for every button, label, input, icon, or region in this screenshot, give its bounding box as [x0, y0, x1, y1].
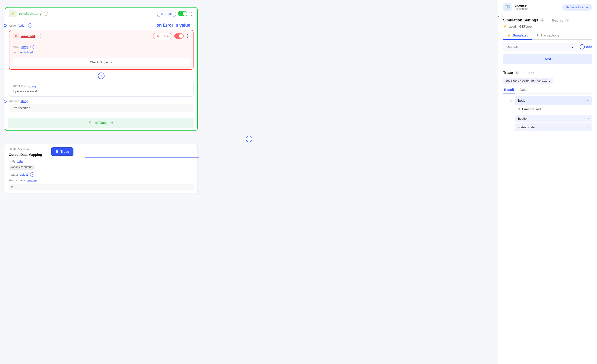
array-add-check-output-button[interactable]: Check Output ∨ [13, 58, 190, 66]
trace-header-row[interactable]: header › [515, 115, 592, 122]
trace-status-code-card: status_code › [515, 123, 592, 131]
test-button[interactable]: Test [503, 54, 592, 64]
conditional-more-button[interactable]: ⋮ [189, 11, 194, 16]
add-circle-icon: + [580, 44, 585, 49]
license-icon: 🪪 [503, 3, 511, 11]
trace-section: Trace ✕ | Logs 2023-09-27 08:54:49.47349… [498, 67, 597, 135]
status-code-value: 200 [9, 184, 194, 190]
timestamp-display: 2023-09-27 08:54:49.473491Z ∨ [503, 78, 553, 84]
add-button[interactable]: + Add [580, 44, 592, 49]
activate-license-button[interactable]: Activate License [562, 4, 592, 11]
tab-transactions[interactable]: ✦ Transactions [532, 31, 563, 40]
status-code-type[interactable]: number [27, 178, 37, 182]
value-port-label: value [8, 24, 16, 27]
trace-divider: | [522, 71, 523, 75]
conditional-block-icon: ⚡ [9, 10, 16, 17]
trace-body-header[interactable]: body ∨ [515, 96, 592, 105]
conditional-info-icon[interactable]: i [44, 12, 48, 16]
array-add-block: ⚙ array/add i 🖥 Trace ⋮ [9, 30, 194, 70]
replay-button[interactable]: Replay [552, 18, 563, 22]
array-trace-btn-icon: 🖥 [157, 34, 160, 38]
sim-route: ⚡ good > GET /test [503, 24, 592, 29]
error-output-text: Error occured! [9, 104, 194, 112]
on-error-port-dot [4, 100, 7, 103]
output-label: O [510, 99, 511, 102]
trace-tabs: Result Data [503, 87, 592, 94]
route-icon: ⚡ [503, 24, 508, 29]
array-add-more-button[interactable]: ⋮ [186, 33, 190, 39]
dropdown-chevron: ∨ [571, 45, 574, 48]
trace-section-title: Trace [503, 71, 513, 75]
array-add-icon: ⚙ [13, 33, 19, 39]
http-response-block: HTTP Response Output Data Mapping 🖥 Trac… [5, 144, 198, 194]
http-response-label: HTTP Response [9, 148, 194, 151]
on-error-port-type[interactable]: string [21, 99, 28, 103]
return-type[interactable]: string [28, 85, 36, 88]
return-label: RETURN [13, 85, 26, 88]
value-port-type[interactable]: Action [18, 24, 26, 27]
on-error-port-label: onError [8, 99, 19, 103]
value-port-dot [4, 24, 7, 27]
trace-tab-data[interactable]: Data [519, 87, 528, 94]
trace-tab-result[interactable]: Result [503, 87, 515, 94]
check-output-chevron: ∨ [110, 61, 112, 64]
header-chevron-right: › [588, 117, 589, 120]
header-add[interactable]: + [30, 172, 34, 177]
sim-dropdown[interactable]: DEFAULT ∨ [503, 43, 577, 51]
return-block: RETURN string try is not on error! [9, 81, 194, 96]
array-param-label: array [13, 46, 19, 49]
value-port-add[interactable]: + [28, 23, 32, 28]
header-label: header [9, 173, 18, 176]
tab-simulated[interactable]: ⚡ Simulated [503, 31, 532, 40]
http-trace-floating-button[interactable]: 🖥 Trace [51, 147, 73, 156]
simulation-tabs: ⚡ Simulated ✦ Transactions [503, 31, 592, 40]
transactions-icon: ✦ [536, 33, 539, 37]
simulated-icon: ⚡ [507, 33, 511, 37]
simulation-close-button[interactable]: ✕ [540, 18, 544, 22]
status-code-chevron-right: › [588, 126, 589, 129]
item-param-label: item [13, 51, 18, 54]
array-add-info-icon[interactable]: i [37, 34, 41, 38]
header-type[interactable]: object [20, 173, 28, 176]
http-response-title: Output Data Mapping [9, 153, 194, 157]
timestamp-chevron: ∨ [548, 79, 551, 82]
main-add-connector[interactable]: + [246, 136, 252, 142]
main-check-output-button[interactable]: Check Output ∨ [8, 118, 195, 128]
trace-body-content: S Error occured! [515, 105, 592, 113]
trace-close-button[interactable]: ✕ [515, 71, 519, 75]
simulation-settings-section: Simulation Settings ✕ | Replay ✕ ⚡ good … [498, 14, 597, 67]
trace-body-card: body ∨ S Error occured! [515, 96, 592, 113]
item-param-value[interactable]: undefined [20, 51, 33, 54]
conditional-trace-button[interactable]: 🖥 Trace [157, 11, 176, 17]
license-title: License [514, 4, 528, 7]
trace-btn-icon: 🖥 [160, 12, 163, 16]
array-param-add[interactable]: + [30, 45, 34, 49]
simulation-title: Simulation Settings [503, 18, 538, 22]
array-add-toggle[interactable] [174, 33, 184, 39]
replay-close-button[interactable]: ✕ [565, 18, 569, 22]
http-trace-icon: 🖥 [55, 150, 59, 153]
conditional-toggle[interactable] [178, 11, 187, 16]
check-output-green-chevron: ∨ [111, 121, 113, 125]
status-code-label: status_code [9, 178, 25, 182]
body-chevron-down: ∨ [587, 99, 589, 102]
trace-arrow-line: → [85, 157, 198, 158]
conditional-block-name[interactable]: conditional/try [19, 12, 41, 16]
add-connector[interactable]: + [98, 72, 104, 79]
return-value: try is not on error! [13, 89, 189, 93]
array-add-name[interactable]: array/add [21, 34, 35, 38]
logs-button[interactable]: Logs [526, 71, 534, 75]
array-param-value[interactable]: array [21, 46, 28, 49]
trace-status-code-row[interactable]: status_code › [515, 123, 592, 131]
license-subtitle: Unlicensed [514, 7, 528, 11]
trace-header-card: header › [515, 115, 592, 122]
license-bar: 🪪 License Unlicensed Activate License [498, 0, 597, 14]
variables-tag: variables: output [9, 165, 34, 170]
sim-divider: | [548, 19, 548, 22]
body-label: body [9, 159, 15, 163]
array-add-trace-button[interactable]: 🖥 Trace [153, 33, 172, 39]
body-value[interactable]: data [17, 159, 23, 163]
